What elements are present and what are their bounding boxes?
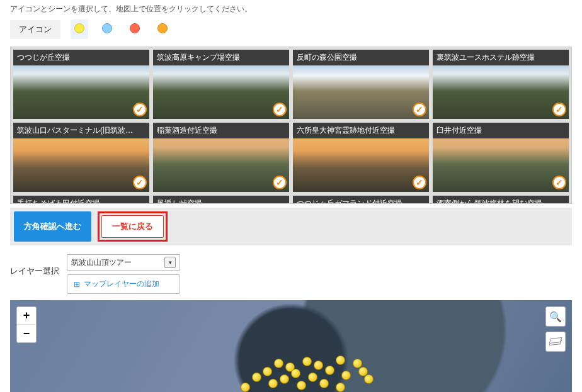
map-marker[interactable] [364, 374, 374, 384]
map-search-button[interactable]: 🔍 [545, 306, 566, 327]
check-icon: ✓ [273, 176, 287, 189]
icon-selector-row: アイコン [0, 20, 582, 47]
map-marker[interactable] [291, 369, 300, 378]
zoom-in-button[interactable]: + [17, 307, 36, 325]
scene-title: 六所皇大神宮霊跡地付近空撮 [293, 123, 429, 138]
check-icon: ✓ [413, 103, 426, 116]
icon-option-blue[interactable] [98, 20, 116, 39]
check-icon: ✓ [133, 103, 147, 116]
back-button[interactable]: 一覧に戻る [101, 215, 164, 238]
map-marker[interactable] [268, 379, 278, 388]
icon-option-yellow[interactable] [71, 20, 88, 39]
map-marker[interactable] [314, 361, 323, 370]
scene-title: 風返し峠空撮 [153, 196, 289, 204]
dot-red-icon [130, 23, 140, 33]
back-button-highlight: 一覧に戻る [98, 211, 168, 242]
map-marker[interactable] [241, 383, 250, 392]
scene-thumbnail[interactable]: 酒寄側から筑波梅林を望む空撮 [433, 196, 569, 204]
scene-title: 臼井付近空撮 [433, 123, 569, 138]
scene-title: 酒寄側から筑波梅林を望む空撮 [433, 196, 569, 204]
dot-yellow-icon [74, 23, 84, 33]
chevron-down-icon: ▾ [164, 257, 176, 268]
map-marker[interactable] [336, 383, 345, 392]
map-marker[interactable] [341, 371, 351, 380]
icon-option-orange[interactable] [154, 20, 171, 39]
map-marker[interactable] [336, 356, 345, 365]
layer-row: レイヤー選択 筑波山山頂ツアー ▾ ⊞ マップレイヤーの追加 [0, 252, 582, 300]
add-layer-button[interactable]: ⊞ マップレイヤーの追加 [67, 274, 180, 294]
proceed-button[interactable]: 方角確認へ進む [14, 211, 91, 242]
dot-blue-icon [102, 23, 112, 33]
scene-thumbnail[interactable]: 裏筑波ユースホステル跡空撮✓ [433, 50, 569, 119]
check-icon: ✓ [273, 103, 287, 116]
check-icon: ✓ [413, 176, 426, 189]
scene-title: 裏筑波ユースホステル跡空撮 [433, 50, 569, 65]
map-marker[interactable] [263, 367, 272, 376]
zoom-out-button[interactable]: − [17, 325, 36, 342]
scene-thumbnail[interactable]: 臼井付近空撮✓ [433, 123, 569, 192]
scene-panel[interactable]: つつじが丘空撮✓筑波高原キャンプ場空撮✓反町の森公園空撮✓裏筑波ユースホステル跡… [10, 47, 572, 204]
map-marker[interactable] [308, 372, 317, 382]
layer-select[interactable]: 筑波山山頂ツアー ▾ [67, 254, 180, 271]
dot-orange-icon [157, 23, 168, 33]
scene-thumbnail[interactable]: 筑波山口バスターミナル(旧筑波…✓ [13, 123, 149, 192]
scene-title: つつじヶ丘ガマランド付近空撮 [293, 196, 429, 204]
check-icon: ✓ [552, 176, 566, 189]
scene-thumbnail[interactable]: 六所皇大神宮霊跡地付近空撮✓ [293, 123, 429, 192]
instruction-text: アイコンとシーンを選択して、地図上で位置をクリックしてください。 [0, 0, 582, 20]
map-marker[interactable] [274, 359, 283, 368]
action-bar: 方角確認へ進む 一覧に戻る [10, 208, 572, 245]
scene-title: 反町の森公園空撮 [293, 50, 429, 65]
map-marker[interactable] [319, 379, 329, 388]
check-icon: ✓ [133, 176, 147, 189]
scene-title: つつじが丘空撮 [13, 50, 149, 65]
scene-thumbnail[interactable]: 手打ちそばゐ田付近空撮 [13, 196, 149, 204]
add-layer-label: マップレイヤーの追加 [84, 279, 159, 289]
icon-option-red[interactable] [126, 20, 144, 39]
icon-label: アイコン [10, 20, 60, 39]
map[interactable]: + − 🔍 [10, 300, 572, 392]
map-marker[interactable] [252, 372, 261, 382]
map-tools: 🔍 [545, 306, 566, 352]
scene-thumbnail[interactable]: つつじが丘空撮✓ [13, 50, 149, 119]
map-marker[interactable] [280, 374, 289, 384]
scene-title: 筑波山口バスターミナル(旧筑波… [13, 123, 149, 138]
scene-thumbnail[interactable]: 筑波高原キャンプ場空撮✓ [153, 50, 289, 119]
zoom-controls: + − [16, 306, 37, 343]
map-marker[interactable] [302, 357, 312, 366]
scene-title: 手打ちそばゐ田付近空撮 [13, 196, 149, 204]
scene-title: 稲葉酒造付近空撮 [153, 123, 289, 138]
map-layers-button[interactable] [545, 332, 566, 352]
scene-thumbnail[interactable]: 反町の森公園空撮✓ [293, 50, 429, 119]
layer-label: レイヤー選択 [10, 254, 59, 277]
scene-thumbnail[interactable]: 風返し峠空撮 [153, 196, 289, 204]
search-icon: 🔍 [549, 311, 562, 323]
check-icon: ✓ [552, 103, 566, 116]
map-marker[interactable] [325, 366, 334, 375]
scene-thumbnail[interactable]: 稲葉酒造付近空撮✓ [153, 123, 289, 192]
plus-icon: ⊞ [74, 280, 80, 289]
layer-selected-value: 筑波山山頂ツアー [71, 257, 132, 268]
map-marker[interactable] [297, 381, 306, 390]
layers-icon [550, 337, 561, 346]
scene-thumbnail[interactable]: つつじヶ丘ガマランド付近空撮 [293, 196, 429, 204]
scene-title: 筑波高原キャンプ場空撮 [153, 50, 289, 65]
